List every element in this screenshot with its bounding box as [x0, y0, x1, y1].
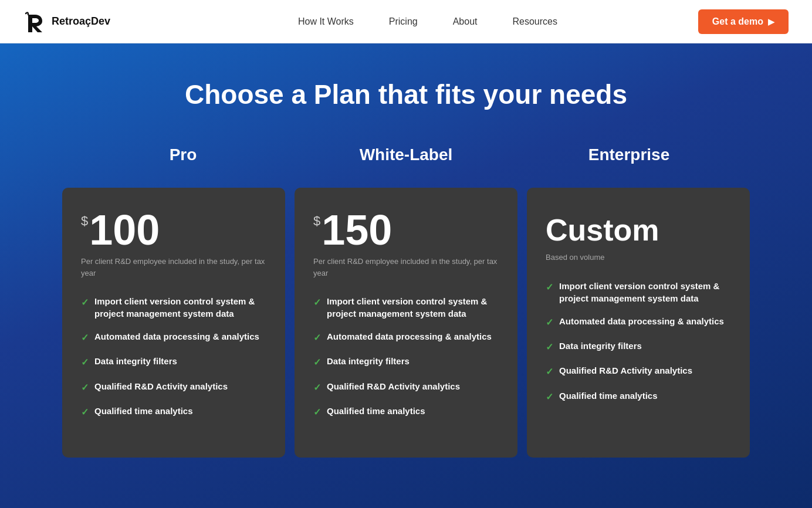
ent-feature-4: Qualified R&D Activity analytics: [559, 364, 692, 377]
nav-links: How It Works Pricing About Resources: [157, 16, 698, 27]
list-item: ✓ Import client version control system &…: [313, 295, 499, 320]
wl-feature-list: ✓ Import client version control system &…: [313, 295, 499, 419]
check-icon: ✓: [313, 331, 321, 344]
wl-feature-3: Data integrity filters: [327, 355, 410, 367]
list-item: ✓ Import client version control system &…: [546, 280, 731, 304]
pricing-section: Choose a Plan that fits your needs Pro W…: [0, 43, 812, 508]
logo-text: RetroaçDev: [52, 15, 110, 28]
list-item: ✓ Import client version control system &…: [81, 295, 266, 320]
ent-price-amount: Custom: [546, 209, 659, 247]
list-item: ✓ Qualified time analytics: [313, 405, 499, 419]
check-icon: ✓: [313, 296, 321, 309]
ent-feature-list: ✓ Import client version control system &…: [546, 280, 731, 404]
white-label-card: $ 150 Per client R&D employee included i…: [295, 188, 517, 458]
get-demo-button[interactable]: Get a demo ▶: [698, 9, 789, 34]
wl-price-row: $ 150: [313, 209, 499, 251]
list-item: ✓ Data integrity filters: [546, 340, 731, 354]
ent-feature-3: Data integrity filters: [559, 340, 642, 352]
wl-feature-1: Import client version control system & p…: [327, 295, 499, 320]
wl-price-amount: 150: [322, 209, 392, 251]
pricing-cards: $ 100 Per client R&D employee included i…: [23, 188, 789, 458]
ent-feature-5: Qualified time analytics: [559, 390, 658, 402]
check-icon: ✓: [546, 341, 553, 354]
list-item: ✓ Data integrity filters: [81, 355, 266, 369]
check-icon: ✓: [546, 391, 553, 404]
nav-resources[interactable]: Resources: [512, 16, 557, 27]
check-icon: ✓: [81, 331, 89, 344]
check-icon: ✓: [546, 281, 553, 294]
get-demo-label: Get a demo: [712, 16, 763, 27]
ent-feature-2: Automated data processing & analytics: [559, 315, 724, 327]
pro-feature-5: Qualified time analytics: [94, 405, 193, 417]
pro-feature-4: Qualified R&D Activity analytics: [94, 380, 228, 392]
check-icon: ✓: [81, 356, 89, 369]
pro-feature-2: Automated data processing & analytics: [94, 330, 259, 343]
arrow-icon: ▶: [768, 17, 774, 26]
check-icon: ✓: [81, 381, 89, 394]
enterprise-card: Custom Based on volume ✓ Import client v…: [527, 188, 750, 458]
list-item: ✓ Automated data processing & analytics: [313, 330, 499, 344]
wl-feature-5: Qualified time analytics: [327, 405, 425, 417]
check-icon: ✓: [313, 406, 321, 419]
hero-title: Choose a Plan that fits your needs: [23, 79, 789, 110]
list-item: ✓ Qualified R&D Activity analytics: [546, 364, 731, 378]
wl-price-subtitle: Per client R&D employee included in the …: [313, 256, 499, 279]
pro-feature-list: ✓ Import client version control system &…: [81, 295, 266, 419]
pro-price-subtitle: Per client R&D employee included in the …: [81, 256, 266, 279]
plan-labels: Pro White-Label Enterprise: [23, 145, 789, 164]
list-item: ✓ Qualified R&D Activity analytics: [81, 380, 266, 394]
list-item: ✓ Data integrity filters: [313, 355, 499, 369]
pro-feature-3: Data integrity filters: [94, 355, 177, 367]
plan-label-white-label: White-Label: [295, 145, 517, 164]
ent-feature-1: Import client version control system & p…: [559, 280, 731, 304]
check-icon: ✓: [81, 296, 89, 309]
check-icon: ✓: [546, 316, 553, 329]
wl-dollar-sign: $: [313, 214, 320, 229]
wl-feature-4: Qualified R&D Activity analytics: [327, 380, 460, 392]
plan-label-pro: Pro: [72, 145, 295, 164]
nav-how-it-works[interactable]: How It Works: [298, 16, 354, 27]
list-item: ✓ Qualified time analytics: [546, 390, 731, 404]
plan-label-enterprise: Enterprise: [517, 145, 740, 164]
check-icon: ✓: [313, 356, 321, 369]
nav-pricing[interactable]: Pricing: [389, 16, 418, 27]
list-item: ✓ Automated data processing & analytics: [81, 330, 266, 344]
check-icon: ✓: [313, 381, 321, 394]
logo-link[interactable]: RetroaçDev: [23, 10, 110, 33]
check-icon: ✓: [546, 365, 553, 378]
pro-price-amount: 100: [89, 209, 160, 251]
list-item: ✓ Automated data processing & analytics: [546, 315, 731, 329]
list-item: ✓ Qualified time analytics: [81, 405, 266, 419]
navbar: RetroaçDev How It Works Pricing About Re…: [0, 0, 812, 43]
pro-card: $ 100 Per client R&D employee included i…: [62, 188, 285, 458]
ent-price-subtitle: Based on volume: [546, 252, 731, 263]
nav-about[interactable]: About: [453, 16, 478, 27]
check-icon: ✓: [81, 406, 89, 419]
pro-dollar-sign: $: [81, 214, 88, 229]
list-item: ✓ Qualified R&D Activity analytics: [313, 380, 499, 394]
logo-icon: [23, 10, 47, 33]
pro-price-row: $ 100: [81, 209, 266, 251]
pro-feature-1: Import client version control system & p…: [94, 295, 266, 320]
wl-feature-2: Automated data processing & analytics: [327, 330, 492, 343]
ent-price-row: Custom: [546, 209, 731, 247]
